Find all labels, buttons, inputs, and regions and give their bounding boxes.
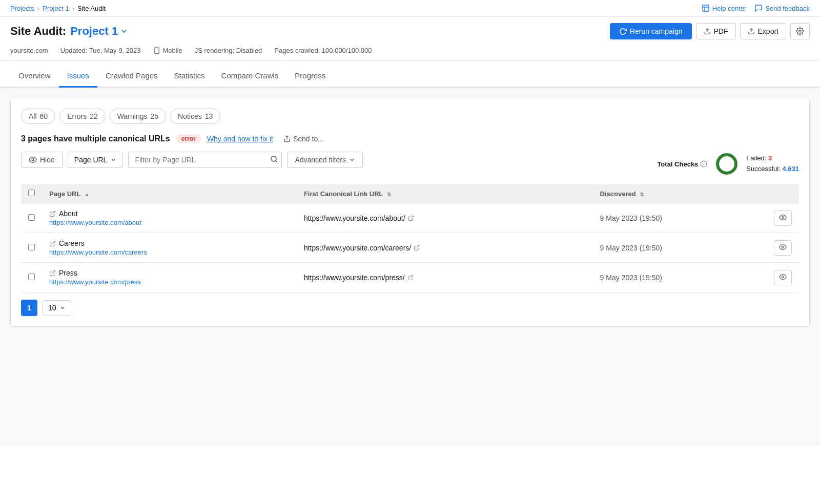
page-url-link[interactable]: https://www.yoursite.com/press [49, 278, 290, 286]
search-icon [270, 155, 278, 163]
row-actions-cell [767, 203, 799, 233]
breadcrumb-projects[interactable]: Projects [10, 5, 34, 12]
page-url-link[interactable]: https://www.yoursite.com/careers [49, 248, 290, 256]
eye-icon [779, 243, 787, 251]
svg-line-11 [276, 160, 277, 162]
breadcrumb: Projects › Project 1 › Site Audit [10, 5, 106, 12]
search-button[interactable] [270, 155, 278, 164]
page-url-cell: About https://www.yoursite.com/about [42, 203, 297, 233]
canonical-url-cell: https://www.yoursite.com/press/ [297, 263, 593, 292]
rerun-campaign-button[interactable]: Rerun campaign [610, 23, 692, 39]
external-link-icon [49, 240, 56, 247]
issues-card: All 60 Errors 22 Warnings 25 Notices 13 [10, 98, 810, 327]
meta-js: JS rendering: Disabled [195, 47, 262, 54]
feedback-icon [754, 4, 763, 12]
page-url-header[interactable]: Page URL ▲ [42, 184, 297, 203]
meta-device: Mobile [153, 47, 182, 54]
settings-button[interactable] [790, 23, 810, 39]
svg-point-25 [782, 276, 784, 278]
row-view-button[interactable] [774, 211, 792, 226]
svg-point-22 [782, 246, 784, 248]
row-checkbox-cell [21, 203, 42, 233]
toolbar: Hide Page URL Adv [21, 152, 649, 168]
external-link-icon [408, 215, 414, 221]
row-checkbox[interactable] [28, 244, 35, 250]
canonical-url-header[interactable]: First Canonical Link URL ⇅ [297, 184, 593, 203]
row-name: About [49, 209, 290, 218]
select-all-header [21, 184, 42, 203]
failed-stat: Failed: 3 [746, 153, 799, 164]
tab-overview[interactable]: Overview [10, 65, 59, 88]
actions-header [767, 184, 799, 203]
svg-point-19 [782, 216, 784, 218]
tab-crawled-pages[interactable]: Crawled Pages [97, 65, 166, 88]
success-stat: Successful: 4,631 [746, 164, 799, 175]
canonical-url-cell: https://www.yoursite.com/about/ [297, 203, 593, 233]
breadcrumb-project1[interactable]: Project 1 [43, 5, 69, 12]
header-actions: Rerun campaign PDF Export [610, 23, 810, 39]
svg-line-17 [52, 211, 55, 214]
filter-notices[interactable]: Notices 13 [170, 109, 220, 124]
page-url-cell: Careers https://www.yoursite.com/careers [42, 233, 297, 263]
svg-line-21 [416, 245, 419, 248]
pdf-button[interactable]: PDF [696, 23, 736, 39]
refresh-icon [619, 28, 627, 35]
nav-tabs: Overview Issues Crawled Pages Statistics… [0, 65, 820, 88]
discovered-cell: 9 May 2023 (19:50) [593, 263, 767, 292]
sort-icon: ▲ [85, 192, 90, 197]
table-row: About https://www.yoursite.com/about htt… [21, 203, 799, 233]
sort-icon: ⇅ [387, 192, 391, 197]
svg-rect-6 [154, 48, 158, 54]
content-area: All 60 Errors 22 Warnings 25 Notices 13 [0, 88, 820, 446]
select-all-checkbox[interactable] [28, 190, 35, 196]
filter-input-wrap [128, 152, 282, 168]
data-table: Page URL ▲ First Canonical Link URL ⇅ Di… [21, 184, 799, 292]
filter-input[interactable] [128, 152, 282, 168]
discovered-header[interactable]: Discovered ⇅ [593, 184, 767, 203]
meta-pages-crawled: Pages crawled: 100,000/100,000 [274, 47, 372, 54]
external-link-icon [49, 270, 56, 277]
row-view-button[interactable] [774, 240, 792, 256]
filter-by-select[interactable]: Page URL [68, 152, 124, 168]
filter-warnings[interactable]: Warnings 25 [110, 109, 166, 124]
send-feedback-link[interactable]: Send feedback [754, 4, 810, 12]
tab-statistics[interactable]: Statistics [166, 65, 213, 88]
svg-point-10 [271, 156, 276, 161]
gear-icon [796, 27, 804, 35]
row-checkbox-cell [21, 233, 42, 263]
export-button[interactable]: Export [740, 23, 786, 39]
chevron-down-icon [349, 157, 355, 163]
filter-errors[interactable]: Errors 22 [59, 109, 106, 124]
page-url-link[interactable]: https://www.yoursite.com/about [49, 219, 290, 226]
filter-all[interactable]: All 60 [21, 109, 55, 124]
tab-issues[interactable]: Issues [59, 65, 97, 88]
book-icon [702, 4, 710, 12]
upload-icon [704, 28, 711, 35]
per-page-select[interactable]: 10 [43, 300, 71, 316]
row-name: Careers [49, 239, 290, 247]
page-url-cell: Press https://www.yoursite.com/press [42, 263, 297, 292]
row-actions-cell [767, 233, 799, 263]
project-name[interactable]: Project 1 [70, 25, 128, 38]
send-to-button[interactable]: Send to... [283, 135, 324, 143]
row-checkbox[interactable] [28, 214, 35, 221]
help-center-link[interactable]: Help center [702, 4, 746, 12]
page-1-button[interactable]: 1 [21, 300, 37, 316]
tab-progress[interactable]: Progress [286, 65, 334, 88]
row-checkbox[interactable] [28, 274, 35, 280]
fix-link[interactable]: Why and how to fix it [207, 135, 273, 143]
share-icon [283, 135, 291, 142]
external-link-icon [49, 211, 56, 217]
meta-bar: yoursite.com Updated: Tue, May 9, 2023 M… [0, 44, 820, 61]
chevron-down-icon [120, 27, 128, 35]
chevron-down-icon [59, 305, 66, 311]
row-view-button[interactable] [774, 270, 792, 285]
hide-button[interactable]: Hide [21, 152, 63, 168]
tab-compare-crawls[interactable]: Compare Crawls [213, 65, 287, 88]
svg-line-20 [52, 241, 55, 244]
advanced-filters-button[interactable]: Advanced filters [287, 152, 363, 168]
eye-icon [779, 214, 787, 221]
total-checks: Total Checks Failed: 3 [657, 152, 799, 176]
discovered-cell: 9 May 2023 (19:50) [593, 233, 767, 263]
donut-chart [714, 152, 739, 176]
